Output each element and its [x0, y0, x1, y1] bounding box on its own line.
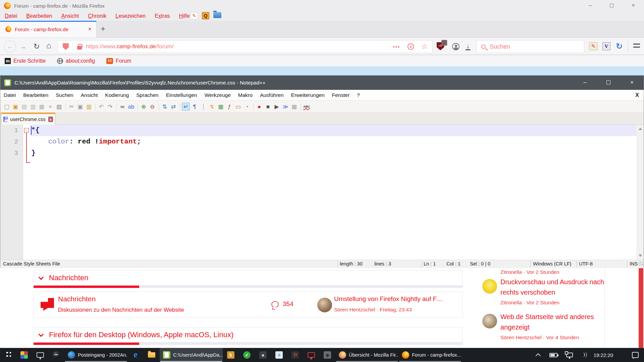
sidebar-top-meta[interactable]: Zitronella · Vor 2 Stunden	[500, 269, 559, 275]
search-bar[interactable]	[476, 40, 584, 53]
section-header-firefox-desktop[interactable]: Firefox für den Desktop (Windows, Apple …	[34, 327, 463, 343]
last-post-link[interactable]: Umstellung von Firefox Nightly auf F…	[334, 295, 443, 303]
taskbar-icon-notes[interactable]: ≡	[271, 348, 287, 362]
tracking-protection-shield-icon[interactable]	[63, 43, 69, 50]
minimize-button[interactable]: –	[580, 0, 601, 11]
note-edit-icon[interactable]: ✎	[191, 12, 198, 19]
taskbar-icon-camera[interactable]: ◉	[319, 348, 335, 362]
reload-button[interactable]: ↻	[34, 44, 40, 49]
avatar[interactable]	[482, 279, 497, 294]
toolbar-replace[interactable]: ab	[127, 103, 135, 111]
taskbar-icon-sphere[interactable]	[48, 348, 64, 362]
taskbar-icon-daemon[interactable]: D	[287, 348, 303, 362]
chevron-down-icon[interactable]	[39, 275, 44, 280]
npp-menu-erweiterungen[interactable]: Erweiterungen	[291, 92, 325, 98]
scroll-up-arrow[interactable]	[639, 127, 642, 130]
avatar[interactable]	[317, 298, 332, 312]
new-tab-button[interactable]: +	[101, 24, 105, 34]
chevron-down-icon[interactable]	[39, 331, 44, 337]
npp-menu-werkzeuge[interactable]: Werkzeuge	[205, 92, 231, 98]
taskbar-icon-cube[interactable]	[16, 348, 32, 362]
sidebar-topic-link[interactable]: Web.de Startseite wird anderes angezeigt	[500, 312, 614, 333]
npp-menu-suchen[interactable]: Suchen	[56, 92, 73, 98]
firefox-menu-extras[interactable]: Extras	[155, 13, 170, 19]
npp-menu-einstellungen[interactable]: Einstellungen	[166, 92, 197, 98]
url-bar[interactable]: https://www.camp-firefox.de/forum/ ••• ∨…	[58, 40, 433, 53]
last-post-meta[interactable]: Sören Hentzschel · Freitag, 23:43	[334, 307, 412, 313]
toolbar-new-file[interactable]: ▢	[3, 103, 11, 111]
toolbar-open-file[interactable]: ▣	[11, 103, 19, 111]
npp-menu-help[interactable]: ?	[357, 92, 360, 98]
editor-scrollbar[interactable]	[637, 125, 644, 260]
toolbar-save-all[interactable]: ▦	[38, 103, 46, 111]
taskbar-icon-monitor[interactable]	[32, 348, 48, 362]
toolbar-indent-guide[interactable]: ⋮	[199, 103, 207, 111]
toolbar-cut[interactable]: ✂	[67, 103, 75, 111]
npp-menu-fenster[interactable]: Fenster	[332, 92, 350, 98]
taskbar-button-thunderbird[interactable]: Posteingang - 2002An...	[64, 348, 127, 362]
tray-expand-chevron-icon[interactable]	[535, 353, 541, 358]
page-actions-dots-icon[interactable]: •••	[393, 44, 400, 50]
toolbar-undo[interactable]: ↶	[97, 103, 105, 111]
url-text[interactable]: https://www.camp-firefox.de/forum/	[86, 43, 174, 50]
npp-menu-kodierung[interactable]: Kodierung	[105, 92, 129, 98]
maximize-button[interactable]	[601, 0, 623, 11]
home-button[interactable]: ⌂	[46, 43, 51, 48]
search-input[interactable]	[490, 43, 570, 50]
toolbar-macro-run-multiple[interactable]: ≫	[281, 103, 289, 111]
userscript-scroll-icon[interactable]: ✎	[589, 42, 598, 50]
bookmark-forum[interactable]: f-f Forum	[106, 58, 131, 64]
taskbar-icon-check[interactable]: ✓	[239, 348, 255, 362]
avatar[interactable]	[482, 314, 497, 328]
sidebar-topic-meta[interactable]: Sören Hentzschel · Vor 4 Stunden	[500, 335, 579, 341]
toolbar-shortcut-mapper[interactable]: ↯	[208, 103, 216, 111]
npp-menu-makro[interactable]: Makro	[238, 92, 253, 98]
toolbar-macro-save[interactable]: ▩	[290, 103, 298, 111]
sync-swirl-icon[interactable]: ↻	[616, 42, 623, 51]
toolbar-macro-stop[interactable]: ■	[264, 103, 272, 111]
section-header-nachrichten[interactable]: Nachrichten	[34, 270, 463, 286]
taskbar-button-notepadpp[interactable]: C:\Users\Andi\AppDa...	[160, 348, 223, 362]
taskbar-icon-cards[interactable]: ♠	[255, 348, 271, 362]
speaker-icon[interactable]	[582, 352, 585, 358]
taskbar-button-firefox-uebersicht[interactable]: Übersicht - Mozilla Fir...	[335, 348, 398, 362]
forward-button[interactable]: →	[19, 44, 26, 49]
toolbar-macro-record[interactable]: ●	[255, 103, 263, 111]
toolbar-zoom-in[interactable]: ⊕	[140, 103, 148, 111]
menu-hamburger-icon[interactable]	[633, 44, 640, 49]
toolbar-paste[interactable]: ▥	[85, 103, 93, 111]
scroll-down-arrow[interactable]	[639, 254, 642, 257]
toolbar-save-copy[interactable]: ▥	[29, 103, 37, 111]
sidebar-topic-link[interactable]: Druckvorschau und Ausdruck nach rechts v…	[500, 277, 614, 298]
maximize-button[interactable]	[597, 75, 620, 90]
firefox-menu-datei[interactable]: Datei	[5, 13, 17, 19]
https-lock-icon[interactable]	[77, 46, 82, 50]
tab-forum-camp-firefox[interactable]: Forum - camp-firefox.de ×	[0, 21, 97, 38]
taskbar-icon-edge[interactable]: e	[127, 348, 144, 362]
status-insert-mode[interactable]: INS	[630, 261, 638, 266]
taskbar-icon-red-monitor[interactable]	[303, 348, 319, 362]
toolbar-macro-play[interactable]: ▶	[273, 103, 281, 111]
close-button[interactable]: ×	[623, 0, 644, 11]
toolbar-sync-vertical[interactable]: ⇅	[161, 103, 169, 111]
minimize-button[interactable]: –	[573, 75, 597, 90]
clock[interactable]: 19:22:20	[594, 352, 613, 358]
close-button[interactable]: ×	[620, 75, 644, 90]
folder-icon[interactable]	[213, 12, 221, 18]
toolbar-show-all-characters[interactable]: ¶	[191, 103, 199, 111]
resize-grip[interactable]	[638, 261, 643, 266]
bookmark-about-config[interactable]: about:config	[57, 58, 95, 64]
taskbar-icon-explorer[interactable]	[144, 348, 160, 362]
pocket-icon[interactable]: ∨	[408, 44, 414, 50]
v-addon-icon[interactable]: V	[602, 42, 610, 50]
firefox-menu-lesezeichen[interactable]: Lesezeichen	[115, 13, 146, 19]
npp-menu-datei[interactable]: Datei	[4, 92, 16, 98]
toolbar-sync-horizontal[interactable]: ⇄	[169, 103, 177, 111]
npp-menu-bearbeiten[interactable]: Bearbeiten	[23, 92, 48, 98]
notification-center-icon[interactable]	[632, 352, 639, 358]
toolbar-close[interactable]: ×	[46, 103, 54, 111]
page-scrollbar[interactable]	[639, 268, 643, 348]
taskbar-button-firefox-forum[interactable]: Forum - camp-firefox....	[398, 348, 462, 362]
battery-icon[interactable]	[549, 353, 557, 357]
tab-close-icon[interactable]: ×	[87, 26, 93, 33]
